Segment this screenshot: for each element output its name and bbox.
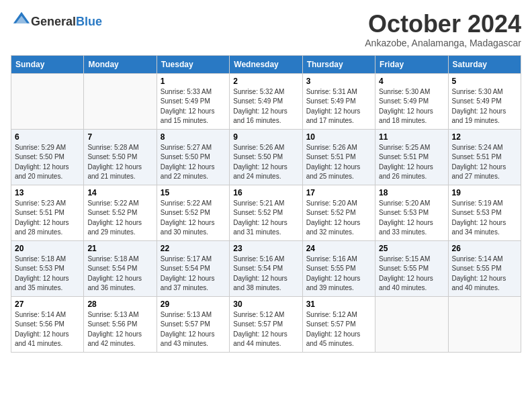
title-area: October 2024 Ankazobe, Analamanga, Madag…	[365, 11, 521, 48]
calendar-cell: 18Sunrise: 5:20 AMSunset: 5:53 PMDayligh…	[375, 185, 448, 240]
weekday-header: Friday	[375, 55, 448, 73]
day-number: 11	[379, 132, 444, 142]
weekday-header: Sunday	[11, 55, 84, 73]
header: GeneralBlue October 2024 Ankazobe, Anala…	[11, 11, 521, 48]
calendar-cell: 1Sunrise: 5:33 AMSunset: 5:49 PMDaylight…	[157, 73, 229, 129]
day-number: 26	[452, 244, 517, 253]
calendar-cell: 7Sunrise: 5:28 AMSunset: 5:50 PMDaylight…	[84, 129, 157, 185]
day-number: 10	[306, 132, 371, 142]
logo-general: GeneralBlue	[31, 15, 102, 29]
day-info: Sunrise: 5:18 AMSunset: 5:54 PMDaylight:…	[87, 255, 152, 293]
calendar-cell: 16Sunrise: 5:21 AMSunset: 5:52 PMDayligh…	[230, 185, 302, 240]
weekday-header: Wednesday	[230, 55, 302, 73]
calendar-cell: 15Sunrise: 5:22 AMSunset: 5:52 PMDayligh…	[157, 185, 229, 240]
day-number: 17	[306, 188, 371, 197]
weekday-header: Saturday	[448, 55, 521, 73]
day-info: Sunrise: 5:21 AMSunset: 5:52 PMDaylight:…	[233, 199, 298, 238]
calendar-cell: 27Sunrise: 5:14 AMSunset: 5:56 PMDayligh…	[11, 296, 84, 352]
calendar-cell: 20Sunrise: 5:18 AMSunset: 5:53 PMDayligh…	[11, 240, 84, 296]
month-title: October 2024	[365, 11, 521, 38]
calendar-cell	[448, 296, 521, 352]
calendar-cell: 17Sunrise: 5:20 AMSunset: 5:52 PMDayligh…	[302, 185, 375, 240]
day-number: 15	[161, 188, 226, 197]
day-number: 21	[87, 244, 152, 253]
day-number: 14	[87, 188, 152, 197]
day-number: 31	[306, 300, 371, 309]
calendar-cell: 13Sunrise: 5:23 AMSunset: 5:51 PMDayligh…	[11, 185, 84, 240]
day-info: Sunrise: 5:12 AMSunset: 5:57 PMDaylight:…	[306, 310, 371, 349]
day-number: 6	[15, 132, 80, 142]
day-info: Sunrise: 5:13 AMSunset: 5:57 PMDaylight:…	[161, 310, 226, 349]
day-info: Sunrise: 5:14 AMSunset: 5:56 PMDaylight:…	[15, 310, 80, 349]
calendar-cell: 30Sunrise: 5:12 AMSunset: 5:57 PMDayligh…	[230, 296, 302, 352]
weekday-header: Thursday	[302, 55, 375, 73]
day-number: 2	[233, 77, 298, 86]
day-number: 12	[452, 132, 517, 142]
day-number: 24	[306, 244, 371, 253]
calendar-cell: 29Sunrise: 5:13 AMSunset: 5:57 PMDayligh…	[157, 296, 229, 352]
calendar-table: SundayMondayTuesdayWednesdayThursdayFrid…	[11, 55, 521, 353]
calendar-cell: 31Sunrise: 5:12 AMSunset: 5:57 PMDayligh…	[302, 296, 375, 352]
day-info: Sunrise: 5:13 AMSunset: 5:56 PMDaylight:…	[87, 310, 152, 349]
calendar-week-row: 13Sunrise: 5:23 AMSunset: 5:51 PMDayligh…	[11, 185, 521, 240]
weekday-header: Tuesday	[157, 55, 229, 73]
calendar-week-row: 20Sunrise: 5:18 AMSunset: 5:53 PMDayligh…	[11, 240, 521, 296]
day-info: Sunrise: 5:15 AMSunset: 5:55 PMDaylight:…	[379, 255, 444, 293]
calendar-cell: 24Sunrise: 5:16 AMSunset: 5:55 PMDayligh…	[302, 240, 375, 296]
calendar-cell: 2Sunrise: 5:32 AMSunset: 5:49 PMDaylight…	[230, 73, 302, 129]
day-info: Sunrise: 5:24 AMSunset: 5:51 PMDaylight:…	[452, 143, 517, 182]
day-info: Sunrise: 5:26 AMSunset: 5:51 PMDaylight:…	[306, 143, 371, 182]
day-number: 22	[161, 244, 226, 253]
day-number: 18	[379, 188, 444, 197]
day-info: Sunrise: 5:30 AMSunset: 5:49 PMDaylight:…	[379, 87, 444, 126]
calendar-cell: 12Sunrise: 5:24 AMSunset: 5:51 PMDayligh…	[448, 129, 521, 185]
day-number: 25	[379, 244, 444, 253]
day-info: Sunrise: 5:23 AMSunset: 5:51 PMDaylight:…	[15, 199, 80, 238]
day-info: Sunrise: 5:19 AMSunset: 5:53 PMDaylight:…	[452, 199, 517, 238]
calendar-cell: 3Sunrise: 5:31 AMSunset: 5:49 PMDaylight…	[302, 73, 375, 129]
calendar-cell	[84, 73, 157, 129]
calendar-cell: 9Sunrise: 5:26 AMSunset: 5:50 PMDaylight…	[230, 129, 302, 185]
calendar-cell: 21Sunrise: 5:18 AMSunset: 5:54 PMDayligh…	[84, 240, 157, 296]
day-number: 3	[306, 77, 371, 86]
day-info: Sunrise: 5:20 AMSunset: 5:53 PMDaylight:…	[379, 199, 444, 238]
day-number: 7	[87, 132, 152, 142]
weekday-header: Monday	[84, 55, 157, 73]
day-info: Sunrise: 5:31 AMSunset: 5:49 PMDaylight:…	[306, 87, 371, 126]
day-info: Sunrise: 5:26 AMSunset: 5:50 PMDaylight:…	[233, 143, 298, 182]
day-info: Sunrise: 5:32 AMSunset: 5:49 PMDaylight:…	[233, 87, 298, 126]
day-number: 20	[15, 244, 80, 253]
day-info: Sunrise: 5:33 AMSunset: 5:49 PMDaylight:…	[161, 87, 226, 126]
logo: GeneralBlue	[11, 11, 102, 32]
calendar-week-row: 1Sunrise: 5:33 AMSunset: 5:49 PMDaylight…	[11, 73, 521, 129]
day-number: 27	[15, 300, 80, 309]
day-number: 13	[15, 188, 80, 197]
day-number: 23	[233, 244, 298, 253]
day-number: 5	[452, 77, 517, 86]
day-info: Sunrise: 5:16 AMSunset: 5:54 PMDaylight:…	[233, 255, 298, 293]
day-info: Sunrise: 5:28 AMSunset: 5:50 PMDaylight:…	[87, 143, 152, 182]
calendar-cell: 22Sunrise: 5:17 AMSunset: 5:54 PMDayligh…	[157, 240, 229, 296]
calendar-cell: 23Sunrise: 5:16 AMSunset: 5:54 PMDayligh…	[230, 240, 302, 296]
day-number: 4	[379, 77, 444, 86]
calendar-cell: 26Sunrise: 5:14 AMSunset: 5:55 PMDayligh…	[448, 240, 521, 296]
logo-icon	[12, 11, 31, 30]
calendar-cell: 10Sunrise: 5:26 AMSunset: 5:51 PMDayligh…	[302, 129, 375, 185]
calendar-cell: 28Sunrise: 5:13 AMSunset: 5:56 PMDayligh…	[84, 296, 157, 352]
day-info: Sunrise: 5:22 AMSunset: 5:52 PMDaylight:…	[87, 199, 152, 238]
calendar-cell: 14Sunrise: 5:22 AMSunset: 5:52 PMDayligh…	[84, 185, 157, 240]
day-info: Sunrise: 5:27 AMSunset: 5:50 PMDaylight:…	[161, 143, 226, 182]
day-number: 19	[452, 188, 517, 197]
calendar-cell: 11Sunrise: 5:25 AMSunset: 5:51 PMDayligh…	[375, 129, 448, 185]
location-title: Ankazobe, Analamanga, Madagascar	[365, 38, 521, 48]
day-info: Sunrise: 5:25 AMSunset: 5:51 PMDaylight:…	[379, 143, 444, 182]
calendar-cell	[11, 73, 84, 129]
calendar-cell: 6Sunrise: 5:29 AMSunset: 5:50 PMDaylight…	[11, 129, 84, 185]
day-info: Sunrise: 5:30 AMSunset: 5:49 PMDaylight:…	[452, 87, 517, 126]
calendar-cell: 8Sunrise: 5:27 AMSunset: 5:50 PMDaylight…	[157, 129, 229, 185]
calendar-cell: 4Sunrise: 5:30 AMSunset: 5:49 PMDaylight…	[375, 73, 448, 129]
day-info: Sunrise: 5:17 AMSunset: 5:54 PMDaylight:…	[161, 255, 226, 293]
day-number: 30	[233, 300, 298, 309]
calendar-cell: 5Sunrise: 5:30 AMSunset: 5:49 PMDaylight…	[448, 73, 521, 129]
calendar-week-row: 27Sunrise: 5:14 AMSunset: 5:56 PMDayligh…	[11, 296, 521, 352]
